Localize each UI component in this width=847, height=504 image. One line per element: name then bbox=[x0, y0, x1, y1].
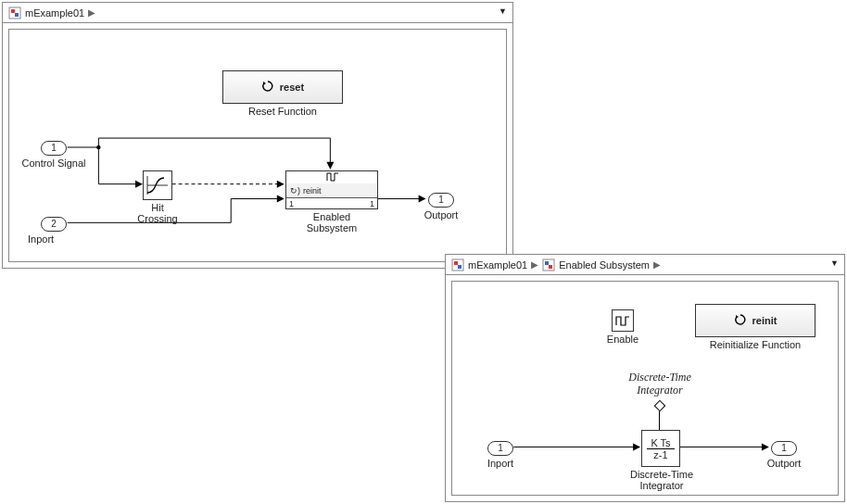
reinit-icon bbox=[734, 313, 747, 328]
subsystem-in-port: 1 bbox=[289, 199, 294, 208]
reinitialize-function-block[interactable]: reinit bbox=[695, 304, 815, 337]
dti-label-1: Discrete-Time bbox=[615, 469, 708, 480]
enable-port-icon bbox=[325, 170, 340, 183]
svg-marker-22 bbox=[633, 443, 640, 450]
svg-point-4 bbox=[96, 145, 100, 149]
annotation-line-1: Discrete-Time bbox=[613, 371, 706, 384]
inport-2-label: Inport bbox=[28, 233, 80, 245]
chevron-right-icon: ▶ bbox=[88, 7, 95, 18]
hit-crossing-icon bbox=[144, 171, 171, 199]
hit-crossing-label-1: Hit bbox=[130, 202, 185, 213]
state-port-stem bbox=[659, 411, 660, 430]
top-panel: mExample01 ▶ ▼ bbox=[2, 2, 513, 269]
chevron-right-icon: ▶ bbox=[531, 259, 538, 270]
dti-denominator: z-1 bbox=[650, 449, 671, 460]
reinit-port-row: ↻) reinit bbox=[286, 183, 377, 198]
model-icon bbox=[451, 258, 464, 271]
bottom-titlebar: mExample01 ▶ Enabled Subsystem ▶ ▼ bbox=[446, 255, 844, 275]
svg-marker-8 bbox=[277, 181, 284, 188]
svg-rect-16 bbox=[454, 261, 458, 265]
inport-control-signal-label: Control Signal bbox=[13, 158, 95, 169]
svg-rect-19 bbox=[545, 261, 549, 265]
enable-block[interactable] bbox=[612, 309, 634, 332]
svg-marker-12 bbox=[263, 82, 266, 85]
model-icon bbox=[8, 6, 21, 19]
inport-bottom[interactable]: 1 bbox=[487, 441, 513, 456]
svg-rect-20 bbox=[549, 265, 552, 269]
hit-crossing-label-2: Crossing bbox=[130, 213, 185, 224]
bottom-canvas[interactable]: Enable reinit Reinitialize Function Disc… bbox=[451, 281, 839, 496]
inport-bottom-label: Inport bbox=[476, 458, 525, 469]
reset-icon bbox=[261, 80, 274, 94]
panel-menu-dropdown[interactable]: ▼ bbox=[499, 6, 507, 16]
svg-marker-25 bbox=[736, 315, 739, 319]
breadcrumb-model[interactable]: mExample01 bbox=[25, 7, 84, 19]
svg-rect-2 bbox=[15, 13, 19, 17]
outport-bottom-label: Outport bbox=[760, 458, 808, 469]
annotation-line-2: Integrator bbox=[613, 384, 706, 397]
svg-rect-1 bbox=[11, 9, 15, 13]
reinit-port-text: reinit bbox=[303, 186, 322, 195]
enabled-subsystem-label-2: Subsystem bbox=[285, 222, 378, 233]
top-wires bbox=[9, 30, 506, 261]
breadcrumb[interactable]: mExample01 ▶ bbox=[8, 6, 95, 19]
state-read-port-icon bbox=[652, 398, 667, 415]
reset-text: reset bbox=[280, 82, 304, 93]
inport-2[interactable]: 2 bbox=[41, 217, 67, 232]
dti-label-2: Integrator bbox=[615, 480, 708, 491]
state-port-icon: ↻) bbox=[290, 186, 300, 195]
svg-marker-6 bbox=[135, 181, 143, 188]
reinitialize-function-label: Reinitialize Function bbox=[695, 339, 815, 350]
dti-numerator: K Ts bbox=[647, 437, 674, 449]
enable-label: Enable bbox=[597, 334, 649, 345]
reset-function-block[interactable]: reset bbox=[222, 70, 343, 104]
chevron-right-icon: ▶ bbox=[653, 259, 661, 270]
discrete-time-integrator-block[interactable]: K Ts z-1 bbox=[641, 430, 680, 467]
enabled-subsystem-block[interactable]: ↻) reinit 1 1 bbox=[285, 170, 378, 209]
outport-bottom[interactable]: 1 bbox=[771, 441, 797, 456]
subsystem-icon bbox=[542, 258, 555, 271]
enable-icon bbox=[614, 314, 631, 327]
breadcrumb-bottom[interactable]: mExample01 ▶ Enabled Subsystem ▶ bbox=[451, 258, 661, 271]
svg-rect-26 bbox=[654, 400, 664, 410]
outport-1-top-label: Outport bbox=[417, 209, 465, 220]
svg-rect-17 bbox=[458, 265, 461, 269]
breadcrumb-subsystem[interactable]: Enabled Subsystem bbox=[559, 259, 650, 271]
top-canvas[interactable]: reset Reset Function 1 Control Signal 2 … bbox=[8, 29, 507, 262]
svg-marker-9 bbox=[277, 195, 284, 203]
inport-control-signal[interactable]: 1 bbox=[41, 141, 67, 156]
subsystem-out-port: 1 bbox=[370, 199, 374, 208]
bottom-panel: mExample01 ▶ Enabled Subsystem ▶ ▼ Enabl… bbox=[445, 254, 845, 502]
svg-marker-11 bbox=[419, 195, 426, 203]
svg-marker-24 bbox=[762, 443, 769, 450]
reset-function-label: Reset Function bbox=[222, 106, 343, 117]
svg-marker-5 bbox=[326, 162, 334, 170]
subsystem-port-row: 1 1 bbox=[286, 198, 377, 209]
hit-crossing-block[interactable] bbox=[143, 170, 172, 200]
top-titlebar: mExample01 ▶ ▼ bbox=[3, 3, 512, 23]
enabled-subsystem-label-1: Enabled bbox=[285, 211, 378, 222]
panel-menu-dropdown[interactable]: ▼ bbox=[830, 258, 839, 268]
reinit-text: reinit bbox=[752, 315, 777, 326]
outport-1-top[interactable]: 1 bbox=[428, 193, 454, 208]
breadcrumb-model-bot[interactable]: mExample01 bbox=[468, 259, 527, 271]
